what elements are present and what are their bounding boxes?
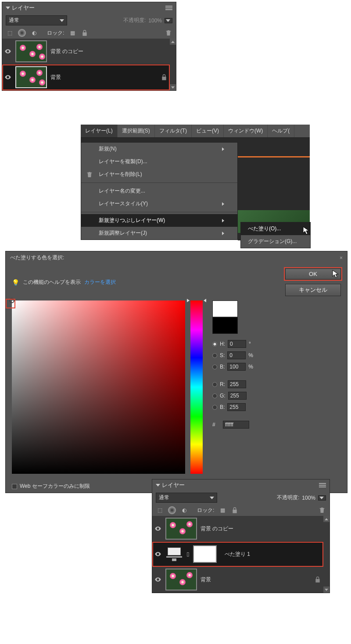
help-row: 💡 この機能のヘルプを表示 カラーを選択 OK キャンセル xyxy=(6,264,347,301)
websafe-checkbox[interactable] xyxy=(12,484,17,489)
visibility-icon[interactable] xyxy=(4,47,12,55)
visibility-icon[interactable] xyxy=(154,550,162,558)
hue-slider[interactable] xyxy=(190,301,203,474)
scroll-down-icon[interactable] xyxy=(323,587,330,593)
menu-item-adjust-layer[interactable]: 新規調整レイヤー(J) xyxy=(81,227,237,240)
layer-row[interactable]: 背景 xyxy=(2,64,170,90)
menubar-item-filter[interactable]: フィルタ(T) xyxy=(155,125,192,137)
menu-separator xyxy=(81,182,237,183)
swatch-old[interactable] xyxy=(212,317,238,334)
visibility-icon[interactable] xyxy=(154,576,162,583)
menu-item-duplicate[interactable]: レイヤーを複製(D)... xyxy=(81,155,237,168)
scroll-up-icon[interactable] xyxy=(170,39,176,45)
r-input[interactable] xyxy=(228,380,246,388)
menu-item-fill-layer[interactable]: 新規塗りつぶしレイヤー(W) xyxy=(81,214,237,227)
scroll-down-icon[interactable] xyxy=(170,84,176,90)
layer-row[interactable]: 背景 のコピー xyxy=(152,516,323,542)
opacity-dropdown[interactable] xyxy=(318,495,326,501)
menubar-item-window[interactable]: ウィンドウ(W) xyxy=(224,125,268,137)
radio-s[interactable] xyxy=(212,353,217,358)
submenu-item-solid[interactable]: べた塗り(O)... xyxy=(241,222,310,235)
lock-pixels-icon[interactable]: ▦ xyxy=(68,29,76,37)
lock-row: ⬚ ◐ ロック: ▦ xyxy=(152,504,330,516)
swatch-preview xyxy=(212,301,341,334)
scroll-up-icon[interactable] xyxy=(323,516,330,522)
link-icon[interactable]: ⬚ xyxy=(156,506,164,514)
mask-icon[interactable]: ◐ xyxy=(30,29,38,37)
close-icon[interactable]: × xyxy=(340,255,343,261)
blend-mode-dropdown[interactable]: 通常 xyxy=(6,15,67,25)
submenu-item-gradient[interactable]: グラデーション(G)... xyxy=(241,235,310,248)
menu-separator xyxy=(81,212,237,212)
visibility-icon[interactable] xyxy=(154,525,162,533)
fx-icon[interactable] xyxy=(168,506,176,514)
hex-input[interactable] xyxy=(223,421,249,429)
trash-icon[interactable] xyxy=(165,29,172,37)
blend-mode-value: 通常 xyxy=(159,494,169,501)
visibility-icon[interactable] xyxy=(4,73,12,81)
opacity-value: 100% xyxy=(148,18,162,24)
menubar-item-help[interactable]: ヘルプ( xyxy=(268,125,294,137)
chevron-down-icon xyxy=(60,19,64,22)
menu-item-rename[interactable]: レイヤー名の変更... xyxy=(81,185,237,197)
mask-thumbnail[interactable] xyxy=(193,545,217,563)
field-unit: ° xyxy=(249,341,251,347)
link-icon[interactable]: ⬚ xyxy=(6,29,14,37)
layer-thumbnail[interactable] xyxy=(15,66,47,88)
submenu-arrow-icon xyxy=(222,202,224,206)
mask-icon[interactable]: ◐ xyxy=(180,506,188,514)
menubar-item-view[interactable]: ビュー(V) xyxy=(192,125,224,137)
panel-menu-icon[interactable] xyxy=(165,5,172,11)
lock-all-icon[interactable] xyxy=(231,506,239,514)
layer-thumbnail[interactable] xyxy=(15,40,47,62)
field-label: S: xyxy=(220,352,225,358)
radio-h[interactable] xyxy=(212,342,217,347)
lock-all-icon[interactable] xyxy=(81,29,89,37)
lock-pixels-icon[interactable]: ▦ xyxy=(218,506,226,514)
menubar-item-layer[interactable]: レイヤー(L) xyxy=(81,125,118,137)
trash-icon[interactable] xyxy=(318,506,326,514)
field-label: R: xyxy=(220,381,225,387)
radio-r[interactable] xyxy=(212,382,217,387)
scrollbar[interactable] xyxy=(323,516,330,593)
g-input[interactable] xyxy=(228,392,247,400)
saturation-value-picker[interactable] xyxy=(12,301,185,474)
layer-name: 背景 xyxy=(201,576,211,583)
layer-row[interactable]: 背景 xyxy=(152,567,323,593)
menu-item-label: グラデーション(G)... xyxy=(248,238,297,245)
menu-item-new[interactable]: 新規(N) xyxy=(81,143,237,155)
lock-row: ⬚ ◐ ロック: ▦ xyxy=(2,27,176,39)
opacity-value: 100% xyxy=(302,495,315,501)
cancel-button[interactable]: キャンセル xyxy=(285,284,341,296)
layer-name: 背景 xyxy=(50,74,61,81)
scrollbar[interactable] xyxy=(170,39,176,90)
panel-title: レイヤー xyxy=(162,481,185,489)
layer-name: 背景 のコピー xyxy=(50,48,83,55)
radio-b[interactable] xyxy=(212,365,217,369)
help-link[interactable]: カラーを選択 xyxy=(84,279,116,286)
panel-menu-icon[interactable] xyxy=(319,482,326,488)
layer-thumbnail[interactable] xyxy=(165,569,197,590)
hue-slider-handle[interactable] xyxy=(188,299,205,302)
collapse-icon[interactable] xyxy=(6,7,10,9)
menu-item-style[interactable]: レイヤースタイル(Y) xyxy=(81,197,237,210)
br-input[interactable] xyxy=(227,363,246,371)
menubar-item-select[interactable]: 選択範囲(S) xyxy=(118,125,155,137)
fx-icon[interactable] xyxy=(18,29,26,37)
lock-icon xyxy=(160,73,168,81)
color-picker-dialog: べた塗りする色を選択: × 💡 この機能のヘルプを表示 カラーを選択 OK キャ… xyxy=(5,251,347,493)
menu-item-delete[interactable]: レイヤーを削除(L) xyxy=(81,168,237,181)
opacity-dropdown[interactable] xyxy=(165,18,172,23)
lock-label: ロック: xyxy=(47,29,64,37)
radio-bl[interactable] xyxy=(212,405,217,410)
radio-g[interactable] xyxy=(212,394,217,398)
h-input[interactable] xyxy=(228,340,246,348)
blend-mode-dropdown[interactable]: 通常 xyxy=(156,493,217,503)
collapse-icon[interactable] xyxy=(156,484,160,487)
layer-thumbnail[interactable] xyxy=(165,518,197,540)
submenu-arrow-icon xyxy=(222,147,224,151)
s-input[interactable] xyxy=(227,351,246,359)
layer-row[interactable]: 背景 のコピー xyxy=(2,39,170,64)
b-input[interactable] xyxy=(227,403,246,411)
layer-row-fill[interactable]: ▯ べた塗り 1 xyxy=(152,542,323,567)
